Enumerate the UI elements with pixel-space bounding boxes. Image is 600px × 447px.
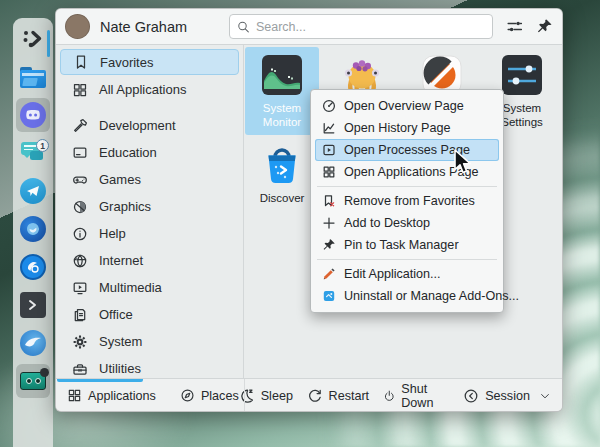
menu-separator	[317, 259, 497, 260]
launcher-body: Favorites All Applications Development E…	[56, 45, 562, 378]
search-field[interactable]	[229, 14, 493, 39]
system-monitor-icon	[259, 52, 305, 98]
app-tile-discover[interactable]: Discover	[245, 137, 319, 225]
menu-item-add-to-desktop[interactable]: Add to Desktop	[315, 212, 499, 234]
category-label: Multimedia	[99, 280, 162, 295]
telegram-icon	[20, 178, 46, 204]
pin-icon	[536, 18, 553, 35]
sidebar-item-graphics[interactable]: Graphics	[60, 193, 239, 220]
gauge-icon	[321, 99, 336, 113]
search-icon	[237, 20, 250, 34]
session-icon	[463, 388, 479, 404]
tab-applications[interactable]: Applications	[67, 388, 156, 403]
menu-item-open-history-page[interactable]: Open History Page	[315, 117, 499, 139]
taskbar-tape-recorder[interactable]	[16, 364, 50, 398]
sleep-moon-icon	[239, 388, 255, 404]
taskbar-file-manager[interactable]	[16, 60, 50, 94]
launcher-footer: Applications Places Sleep Restart Shut D…	[56, 378, 562, 412]
category-label: Internet	[99, 253, 143, 268]
mouse-cursor	[450, 148, 476, 182]
restart-button[interactable]: Restart	[307, 388, 370, 404]
user-name: Nate Graham	[100, 19, 187, 35]
menu-item-remove-from-favorites[interactable]: Remove from Favorites	[315, 190, 499, 212]
action-label: Restart	[329, 389, 370, 403]
sidebar-item-multimedia[interactable]: Multimedia	[60, 274, 239, 301]
context-menu: Open Overview Page Open History Page Ope…	[310, 89, 504, 313]
category-label: Graphics	[99, 199, 151, 214]
action-label: Shut Down	[401, 382, 449, 410]
active-task-indicator	[47, 30, 50, 57]
toolbox-icon	[71, 361, 88, 377]
configure-button[interactable]	[506, 18, 523, 35]
sidebar-item-internet[interactable]: Internet	[60, 247, 239, 274]
terminal-icon	[20, 292, 46, 318]
sidebar-item-education[interactable]: Education	[60, 139, 239, 166]
hammer-icon	[71, 118, 88, 134]
gear-icon	[71, 334, 88, 350]
category-label: Help	[99, 226, 126, 241]
menu-item-label: Add to Desktop	[344, 216, 430, 230]
app-label: Discover	[246, 192, 318, 206]
sidebar-item-help[interactable]: Help	[60, 220, 239, 247]
folder-icon	[20, 67, 46, 88]
menu-item-edit-application[interactable]: Edit Application...	[315, 263, 499, 285]
sidebar-item-office[interactable]: Office	[60, 301, 239, 328]
sidebar-item-all-applications[interactable]: All Applications	[60, 76, 239, 103]
footer-separator	[244, 379, 245, 412]
category-label: System	[99, 334, 142, 349]
shut-down-button[interactable]: Shut Down	[383, 382, 450, 410]
compass-icon	[180, 388, 195, 403]
gamepad-icon	[71, 172, 88, 188]
documents-icon	[71, 307, 88, 323]
sidebar-item-favorites[interactable]: Favorites	[60, 49, 239, 75]
action-label: Session	[485, 389, 530, 403]
taskbar-app-launcher[interactable]	[16, 22, 50, 56]
notification-badge: 1	[36, 139, 49, 152]
taskbar-panel: 1	[13, 18, 53, 447]
remove-favorite-icon	[321, 194, 336, 208]
menu-item-label: Uninstall or Manage Add-Ons...	[344, 289, 519, 303]
menu-item-label: Pin to Task Manager	[344, 238, 459, 252]
pin-button[interactable]	[536, 18, 553, 35]
sidebar-item-games[interactable]: Games	[60, 166, 239, 193]
tab-places[interactable]: Places	[180, 388, 239, 403]
chat-bubbles-icon: 1	[21, 142, 45, 164]
user-avatar[interactable]	[65, 14, 90, 39]
app-tile-system-monitor[interactable]: System Monitor	[245, 47, 319, 135]
taskbar-browser[interactable]	[16, 250, 50, 284]
taskbar-thunderbird[interactable]	[16, 212, 50, 246]
tab-label: Places	[201, 389, 239, 403]
menu-item-pin-to-task-manager[interactable]: Pin to Task Manager	[315, 234, 499, 256]
taskbar-telegram[interactable]	[16, 174, 50, 208]
taskbar-media-app[interactable]	[16, 326, 50, 360]
pin-icon	[321, 238, 336, 252]
taskbar-discord[interactable]	[16, 98, 50, 132]
thunderbird-icon	[20, 216, 46, 242]
color-wheel-icon	[71, 199, 88, 215]
favorites-grid: System Monitor	[244, 45, 562, 378]
menu-item-uninstall-or-manage[interactable]: Uninstall or Manage Add-Ons...	[315, 285, 499, 307]
application-launcher-popup: Nate Graham	[55, 8, 563, 412]
menu-item-label: Edit Application...	[344, 267, 441, 281]
grid-icon	[321, 165, 336, 179]
cassette-icon	[20, 372, 46, 390]
category-label: All Applications	[99, 82, 186, 97]
sleep-button[interactable]: Sleep	[239, 388, 293, 404]
category-label: Favorites	[100, 55, 153, 70]
taskbar-terminal[interactable]	[16, 288, 50, 322]
category-label: Utilities	[99, 361, 141, 376]
plasma-launcher-icon	[20, 26, 46, 52]
discover-icon	[259, 142, 305, 188]
sidebar-item-development[interactable]: Development	[60, 112, 239, 139]
sidebar-item-system[interactable]: System	[60, 328, 239, 355]
desktop: 1	[0, 0, 600, 447]
search-input[interactable]	[256, 20, 485, 34]
screen-icon	[71, 145, 88, 161]
media-app-icon	[20, 330, 46, 356]
menu-item-open-overview-page[interactable]: Open Overview Page	[315, 95, 499, 117]
category-sidebar: Favorites All Applications Development E…	[56, 45, 244, 378]
taskbar-chat[interactable]: 1	[16, 136, 50, 170]
action-label: Sleep	[261, 389, 293, 403]
category-label: Education	[99, 145, 157, 160]
session-button[interactable]: Session	[463, 388, 551, 404]
